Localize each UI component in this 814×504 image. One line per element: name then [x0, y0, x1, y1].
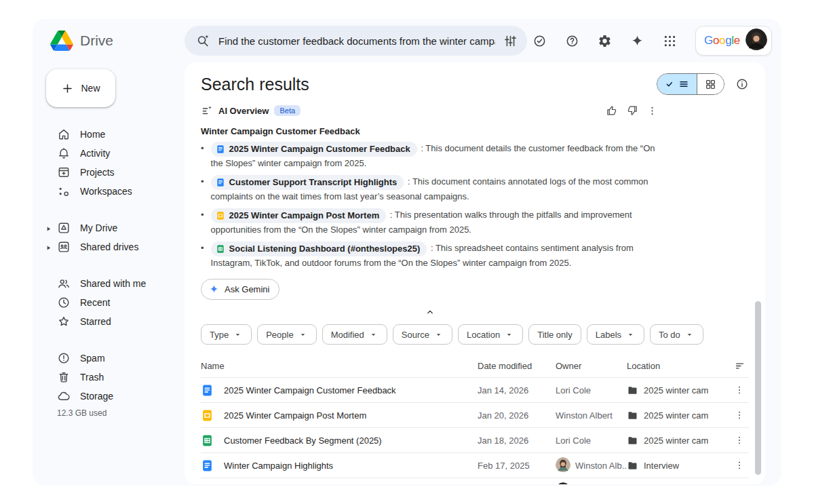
sidebar-item-label: Starred: [80, 316, 111, 327]
collapse-ai-overview-button[interactable]: [201, 300, 659, 323]
sort-icon[interactable]: [730, 360, 749, 372]
check-circle-icon[interactable]: [527, 28, 553, 54]
docs-icon: [216, 178, 225, 187]
file-chip-label: Customer Support Transcript Highlights: [229, 176, 398, 189]
file-chip[interactable]: Customer Support Transcript Highlights: [211, 175, 404, 190]
table-row[interactable]: Q4 Strategic Planning Meeting Notes Feb …: [201, 478, 749, 484]
date-modified: Jan 18, 2026: [478, 435, 556, 446]
filter-chip-to-do[interactable]: To do: [650, 324, 703, 345]
slides-icon: [201, 484, 214, 485]
google-account-pill[interactable]: Google: [695, 26, 772, 56]
column-header-location[interactable]: Location: [627, 361, 730, 371]
ai-bullet: 2025 Winter Campaign Post Mortem : This …: [201, 208, 659, 237]
thumbs-down-icon[interactable]: [625, 103, 640, 118]
file-chip[interactable]: 2025 Winter Campaign Customer Feedback: [211, 142, 417, 157]
owner: Winston Alb...: [556, 457, 627, 474]
gemini-spark-icon: [209, 284, 219, 294]
sidebar-item-storage[interactable]: Storage: [42, 387, 176, 406]
sidebar-item-activity[interactable]: Activity: [42, 144, 176, 163]
sidebar-item-recent[interactable]: Recent: [42, 293, 176, 312]
sidebar-item-spam[interactable]: Spam: [42, 349, 176, 368]
bell-icon: [57, 147, 71, 160]
caret-down-icon: [233, 330, 243, 340]
filter-chip-title-only[interactable]: Title only: [528, 324, 581, 345]
help-icon[interactable]: [560, 28, 585, 54]
filter-chip-labels[interactable]: Labels: [587, 324, 644, 345]
thumbs-up-icon[interactable]: [604, 103, 619, 118]
main-content: Search results: [185, 62, 765, 484]
info-icon[interactable]: [735, 77, 749, 91]
sidebar-item-shared-with-me[interactable]: Shared with me: [42, 274, 176, 293]
file-chip[interactable]: 2025 Winter Campaign Post Mortem: [211, 208, 387, 223]
filter-chip-source[interactable]: Source: [393, 324, 452, 345]
filter-chip-type[interactable]: Type: [201, 324, 252, 345]
location-chip[interactable]: 2025 winter cam: [627, 435, 730, 446]
grid-view-button[interactable]: [697, 74, 724, 94]
scrollbar-thumb[interactable]: [755, 301, 761, 475]
tune-icon[interactable]: [503, 34, 518, 48]
sidebar-item-starred[interactable]: Starred: [42, 312, 176, 331]
ai-overview-label: AI Overview: [218, 106, 269, 116]
more-button[interactable]: [730, 460, 749, 471]
more-button[interactable]: [730, 385, 749, 395]
view-toggle: [657, 73, 724, 95]
sidebar-item-trash[interactable]: Trash: [42, 368, 176, 387]
table-row[interactable]: 2025 Winter Campaign Post Mortem Jan 20,…: [201, 403, 749, 428]
filter-label: Modified: [331, 330, 364, 340]
ai-overview-icon: [201, 104, 213, 117]
docs-icon: [216, 144, 225, 154]
gemini-icon[interactable]: [625, 28, 651, 54]
ask-gemini-button[interactable]: Ask Gemini: [201, 279, 279, 300]
expand-arrow-icon[interactable]: [45, 243, 52, 250]
location-chip[interactable]: Interview: [627, 460, 730, 471]
search-input[interactable]: [218, 35, 495, 47]
cloud-icon: [57, 389, 71, 403]
filter-label: Title only: [537, 330, 573, 340]
filter-chip-modified[interactable]: Modified: [322, 324, 387, 345]
filter-chip-people[interactable]: People: [257, 324, 316, 345]
search-bar[interactable]: [185, 26, 527, 56]
sidebar-item-label: Storage: [80, 391, 113, 402]
sheets-icon: [201, 434, 214, 447]
page-title: Search results: [201, 75, 309, 94]
file-table: Name Date modified Owner Location 2025 W…: [201, 354, 749, 484]
more-button[interactable]: [730, 410, 749, 421]
home-icon: [57, 128, 71, 141]
user-avatar[interactable]: [745, 28, 767, 53]
expand-arrow-icon[interactable]: [45, 224, 52, 231]
sidebar-item-workspaces[interactable]: Workspaces: [42, 182, 176, 201]
new-button[interactable]: New: [46, 69, 115, 107]
owner: me: [556, 482, 627, 485]
filter-chip-location[interactable]: Location: [458, 324, 523, 345]
column-header-name[interactable]: Name: [201, 361, 225, 371]
owner: Lori Cole: [556, 435, 627, 446]
apps-grid-icon[interactable]: [657, 28, 683, 54]
chevron-up-icon: [425, 307, 435, 317]
file-chip[interactable]: Social Listening Dashboard (#ontheslopes…: [211, 241, 427, 256]
sidebar-item-home[interactable]: Home: [42, 125, 176, 144]
location-name: Interview: [644, 461, 679, 471]
ai-overview-more-icon[interactable]: [645, 104, 659, 118]
table-row[interactable]: Customer Feedback By Segment (2025) Jan …: [201, 428, 749, 453]
sidebar-item-projects[interactable]: Projects: [42, 163, 176, 182]
drive-brand[interactable]: Drive: [50, 31, 185, 51]
owner-avatar: [556, 457, 570, 474]
location-chip[interactable]: 2025 winter cam: [627, 410, 730, 421]
sidebar-item-label: My Drive: [80, 222, 117, 233]
sidebar-item-shared-drives[interactable]: Shared drives: [42, 237, 176, 256]
location-name: 2025 winter cam: [644, 410, 708, 421]
settings-icon[interactable]: [592, 28, 618, 54]
column-header-date-modified[interactable]: Date modified: [478, 361, 556, 371]
projects-icon: [57, 166, 71, 179]
table-row[interactable]: Winter Campaign Highlights Feb 17, 2025 …: [201, 453, 749, 478]
column-header-owner[interactable]: Owner: [556, 361, 627, 371]
sidebar-item-my-drive[interactable]: My Drive: [42, 218, 176, 237]
workspaces-icon: [57, 185, 71, 198]
caret-down-icon: [504, 330, 514, 340]
more-button[interactable]: [730, 435, 749, 446]
location-chip[interactable]: 2025 winter cam: [627, 385, 730, 396]
list-view-button[interactable]: [657, 74, 697, 94]
table-row[interactable]: 2025 Winter Campaign Customer Feedback J…: [201, 378, 749, 403]
file-chip-label: 2025 Winter Campaign Post Mortem: [229, 209, 380, 222]
file-chip-label: 2025 Winter Campaign Customer Feedback: [229, 142, 410, 156]
